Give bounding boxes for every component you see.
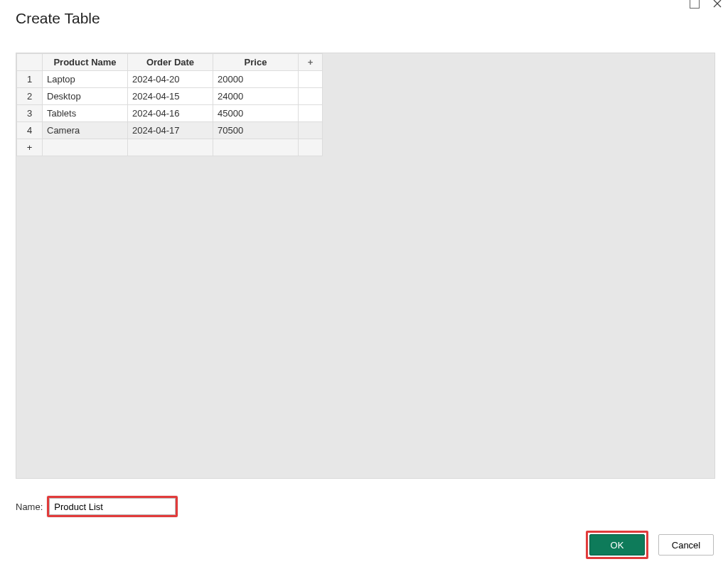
row-end-cell bbox=[299, 122, 323, 139]
cell-product[interactable]: Desktop bbox=[43, 88, 128, 105]
cell-price[interactable]: 20000 bbox=[213, 71, 299, 88]
blank-cell[interactable] bbox=[213, 139, 299, 156]
row-end-cell bbox=[299, 105, 323, 122]
add-row-button[interactable]: + bbox=[17, 139, 43, 156]
dialog-title: Create Table bbox=[16, 10, 100, 27]
blank-cell[interactable] bbox=[43, 139, 128, 156]
cell-product[interactable]: Camera bbox=[43, 122, 128, 139]
name-label: Name: bbox=[16, 502, 43, 512]
maximize-icon bbox=[690, 0, 700, 9]
row-end-cell bbox=[299, 139, 323, 156]
rownum-cell: 3 bbox=[17, 105, 43, 122]
col-header-date[interactable]: Order Date bbox=[128, 54, 213, 71]
rownum-cell: 4 bbox=[17, 122, 43, 139]
table-row[interactable]: 1 Laptop 2024-04-20 20000 bbox=[17, 71, 323, 88]
add-column-button[interactable]: + bbox=[299, 54, 323, 71]
rownum-cell: 1 bbox=[17, 71, 43, 88]
row-end-cell bbox=[299, 88, 323, 105]
cell-product[interactable]: Tablets bbox=[43, 105, 128, 122]
close-icon bbox=[712, 0, 722, 9]
ok-button-highlight: OK bbox=[586, 531, 648, 559]
cell-product[interactable]: Laptop bbox=[43, 71, 128, 88]
rownum-cell: 2 bbox=[17, 88, 43, 105]
cancel-button[interactable]: Cancel bbox=[658, 534, 714, 556]
col-header-product[interactable]: Product Name bbox=[43, 54, 128, 71]
cell-date[interactable]: 2024-04-17 bbox=[128, 122, 213, 139]
add-row[interactable]: + bbox=[17, 139, 323, 156]
cell-price[interactable]: 24000 bbox=[213, 88, 299, 105]
table-row[interactable]: 3 Tablets 2024-04-16 45000 bbox=[17, 105, 323, 122]
cell-date[interactable]: 2024-04-20 bbox=[128, 71, 213, 88]
close-button[interactable] bbox=[712, 0, 722, 9]
rownum-header bbox=[17, 54, 43, 71]
cell-date[interactable]: 2024-04-15 bbox=[128, 88, 213, 105]
blank-cell[interactable] bbox=[128, 139, 213, 156]
cell-price[interactable]: 45000 bbox=[213, 105, 299, 122]
table-row[interactable]: 4 Camera 2024-04-17 70500 bbox=[17, 122, 323, 139]
row-end-cell bbox=[299, 71, 323, 88]
name-input-highlight bbox=[47, 496, 178, 517]
cell-price[interactable]: 70500 bbox=[213, 122, 299, 139]
data-table[interactable]: Product Name Order Date Price + 1 Laptop… bbox=[16, 53, 323, 156]
table-row[interactable]: 2 Desktop 2024-04-15 24000 bbox=[17, 88, 323, 105]
maximize-button[interactable] bbox=[690, 0, 700, 9]
ok-button[interactable]: OK bbox=[589, 534, 645, 556]
col-header-price[interactable]: Price bbox=[213, 54, 299, 71]
cell-date[interactable]: 2024-04-16 bbox=[128, 105, 213, 122]
name-input[interactable] bbox=[49, 498, 176, 515]
table-area: Product Name Order Date Price + 1 Laptop… bbox=[16, 53, 715, 479]
